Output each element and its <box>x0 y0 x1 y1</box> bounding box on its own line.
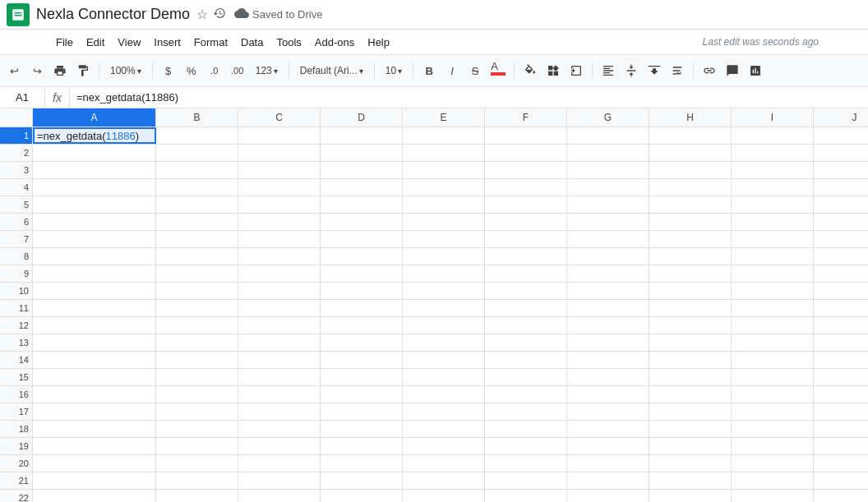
cell-G12[interactable] <box>567 317 649 334</box>
menu-view[interactable]: View <box>111 33 147 52</box>
cell-J18[interactable] <box>814 421 868 437</box>
cell-I20[interactable] <box>732 455 814 472</box>
cell-B13[interactable] <box>156 334 238 351</box>
cell-G17[interactable] <box>567 403 649 420</box>
cell-J6[interactable] <box>814 214 868 230</box>
cell-G10[interactable] <box>567 283 649 299</box>
cell-G16[interactable] <box>567 386 649 403</box>
cell-I4[interactable] <box>732 179 814 196</box>
cell-F5[interactable] <box>485 196 567 213</box>
cell-E20[interactable] <box>403 455 485 472</box>
cell-B7[interactable] <box>156 231 238 247</box>
merge-cells-button[interactable] <box>566 60 587 81</box>
row-number-6[interactable]: 6 <box>0 214 33 230</box>
cell-A15[interactable] <box>33 369 156 385</box>
cell-I18[interactable] <box>732 421 814 437</box>
row-number-7[interactable]: 7 <box>0 231 33 247</box>
cell-E22[interactable] <box>403 490 485 502</box>
cell-D5[interactable] <box>321 196 403 213</box>
cell-E3[interactable] <box>403 162 485 178</box>
font-size-dropdown[interactable]: 10 ▾ <box>380 60 408 81</box>
col-header-f[interactable]: F <box>485 108 567 127</box>
cell-B19[interactable] <box>156 438 238 454</box>
cell-I14[interactable] <box>732 352 814 368</box>
cell-F4[interactable] <box>485 179 567 196</box>
cell-J22[interactable] <box>814 490 868 502</box>
menu-format[interactable]: Format <box>187 33 234 52</box>
cell-J8[interactable] <box>814 248 868 265</box>
cell-I3[interactable] <box>732 162 814 178</box>
row-number-14[interactable]: 14 <box>0 352 33 368</box>
cell-F11[interactable] <box>485 300 567 316</box>
cell-B21[interactable] <box>156 472 238 489</box>
cell-H16[interactable] <box>649 386 732 403</box>
link-button[interactable] <box>699 60 720 81</box>
row-number-22[interactable]: 22 <box>0 490 33 502</box>
cell-B1[interactable] <box>156 127 238 144</box>
cell-F6[interactable] <box>485 214 567 230</box>
cell-G19[interactable] <box>567 438 649 454</box>
cell-B5[interactable] <box>156 196 238 213</box>
cell-B22[interactable] <box>156 490 238 502</box>
font-family-dropdown[interactable]: Default (Ari... ▾ <box>294 60 369 81</box>
cell-E11[interactable] <box>403 300 485 316</box>
cell-D2[interactable] <box>321 145 403 161</box>
row-number-3[interactable]: 3 <box>0 162 33 178</box>
cell-G11[interactable] <box>567 300 649 316</box>
cell-D10[interactable] <box>321 283 403 299</box>
cell-C6[interactable] <box>238 214 321 230</box>
cell-J11[interactable] <box>814 300 868 316</box>
cell-B16[interactable] <box>156 386 238 403</box>
cell-C5[interactable] <box>238 196 321 213</box>
halign-button[interactable] <box>598 60 619 81</box>
cell-B4[interactable] <box>156 179 238 196</box>
cell-D9[interactable] <box>321 265 403 282</box>
cell-F7[interactable] <box>485 231 567 247</box>
italic-button[interactable]: I <box>441 60 463 81</box>
row-number-2[interactable]: 2 <box>0 145 33 161</box>
cell-C22[interactable] <box>238 490 321 502</box>
decimal-increase-button[interactable]: .00 <box>227 60 248 81</box>
cell-D20[interactable] <box>321 455 403 472</box>
menu-file[interactable]: File <box>49 33 80 52</box>
menu-data[interactable]: Data <box>234 33 270 52</box>
zoom-dropdown[interactable]: 100% ▾ <box>104 60 147 81</box>
cell-D4[interactable] <box>321 179 403 196</box>
row-number-4[interactable]: 4 <box>0 179 33 196</box>
cell-I22[interactable] <box>732 490 814 502</box>
cell-H4[interactable] <box>649 179 732 196</box>
cell-I7[interactable] <box>732 231 814 247</box>
cell-I17[interactable] <box>732 403 814 420</box>
cell-I2[interactable] <box>732 145 814 161</box>
bold-button[interactable]: B <box>418 60 440 81</box>
col-header-b[interactable]: B <box>156 108 238 127</box>
cell-F10[interactable] <box>485 283 567 299</box>
cell-B18[interactable] <box>156 421 238 437</box>
col-header-e[interactable]: E <box>403 108 485 127</box>
cell-C18[interactable] <box>238 421 321 437</box>
cell-D1[interactable] <box>321 127 403 144</box>
cell-C13[interactable] <box>238 334 321 351</box>
cell-E15[interactable] <box>403 369 485 385</box>
row-number-11[interactable]: 11 <box>0 300 33 316</box>
cell-G22[interactable] <box>567 490 649 502</box>
cell-F3[interactable] <box>485 162 567 178</box>
comment-button[interactable] <box>722 60 743 81</box>
cell-E5[interactable] <box>403 196 485 213</box>
valign-button[interactable] <box>621 60 642 81</box>
row-number-10[interactable]: 10 <box>0 283 33 299</box>
cell-F17[interactable] <box>485 403 567 420</box>
cell-I1[interactable] <box>732 127 814 144</box>
chart-button[interactable] <box>745 60 766 81</box>
cell-B11[interactable] <box>156 300 238 316</box>
cell-H2[interactable] <box>649 145 732 161</box>
cell-G6[interactable] <box>567 214 649 230</box>
cell-J17[interactable] <box>814 403 868 420</box>
cell-A12[interactable] <box>33 317 156 334</box>
cell-H5[interactable] <box>649 196 732 213</box>
cell-A9[interactable] <box>33 265 156 282</box>
col-header-c[interactable]: C <box>238 108 321 127</box>
percent-button[interactable]: % <box>181 60 202 81</box>
cell-H17[interactable] <box>649 403 732 420</box>
row-number-1[interactable]: 1 <box>0 127 33 144</box>
